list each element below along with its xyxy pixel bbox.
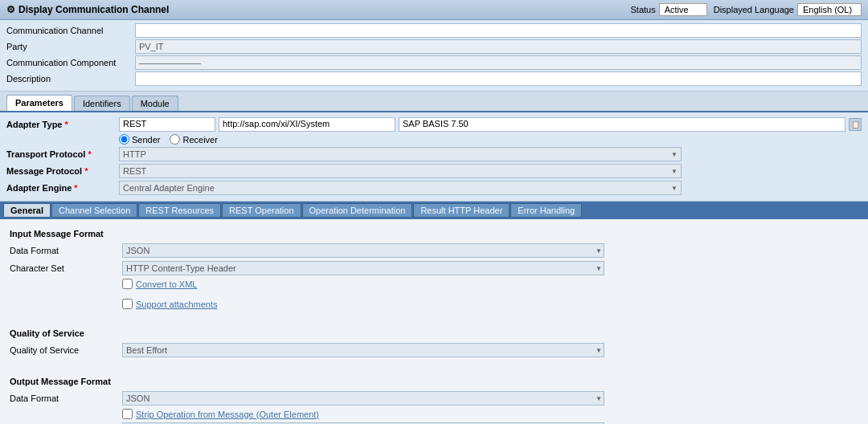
lang-value: English (OL) bbox=[797, 3, 862, 16]
receiver-option[interactable]: Receiver bbox=[170, 134, 217, 145]
convert-xml-row: Convert to XML bbox=[10, 279, 858, 289]
sub-tab-general[interactable]: General bbox=[3, 203, 51, 218]
sub-tab-rest-operation[interactable]: REST Operation bbox=[222, 203, 301, 218]
comm-channel-input[interactable] bbox=[135, 23, 862, 38]
adapter-engine-row: Adapter Engine * Central Adapter Engine … bbox=[6, 181, 862, 195]
output-data-format-field[interactable]: JSON ▼ bbox=[122, 391, 604, 406]
comm-component-label: Communication Component bbox=[6, 58, 135, 67]
window-title: Display Communication Channel bbox=[18, 4, 169, 15]
lang-section: Displayed Language English (OL) bbox=[714, 3, 862, 16]
quality-row: Quality of Service Best Effort ▼ bbox=[10, 343, 858, 357]
input-charset-row: Character Set HTTP Content-Type Header ▼ bbox=[10, 261, 858, 275]
title-bar: ⚙ Display Communication Channel Status A… bbox=[0, 0, 868, 20]
engine-fields: Central Adapter Engine ▼ bbox=[119, 181, 862, 195]
sender-receiver-row: Sender Receiver bbox=[119, 134, 862, 145]
tab-module[interactable]: Module bbox=[132, 96, 178, 111]
input-charset-label: Character Set bbox=[10, 263, 122, 273]
status-section: Status Active bbox=[631, 3, 707, 16]
copy-icon[interactable]: 📋 bbox=[849, 118, 862, 131]
sub-tab-result-http-header[interactable]: Result HTTP Header bbox=[413, 203, 510, 218]
adapter-fields: REST http://sap.com/xi/XI/System SAP BAS… bbox=[119, 117, 862, 132]
quality-section-title: Quality of Service bbox=[10, 328, 858, 338]
support-attachments-label[interactable]: Support attachments bbox=[136, 300, 218, 309]
transport-protocol-row: Transport Protocol * HTTP ▼ bbox=[6, 147, 862, 161]
engine-label: Adapter Engine * bbox=[6, 183, 119, 193]
input-charset-wrap: HTTP Content-Type Header ▼ bbox=[122, 261, 604, 275]
description-label: Description bbox=[6, 74, 135, 84]
comm-channel-label: Communication Channel bbox=[6, 26, 135, 35]
message-fields: REST ▼ bbox=[119, 164, 862, 178]
support-attachments-row: Support attachments bbox=[10, 299, 858, 309]
convert-xml-checkbox[interactable] bbox=[122, 279, 133, 289]
form-section: Communication Channel Party Communicatio… bbox=[0, 20, 868, 92]
input-data-format-row: Data Format JSON ▼ bbox=[10, 243, 858, 258]
output-section-title: Output Message Format bbox=[10, 377, 858, 386]
output-data-format-wrap: JSON ▼ bbox=[122, 391, 604, 406]
output-data-format-label: Data Format bbox=[10, 393, 122, 403]
sub-tabs: General Channel Selection REST Resources… bbox=[0, 202, 868, 219]
input-data-format-wrap: JSON ▼ bbox=[122, 243, 604, 258]
tab-identifiers[interactable]: Identifiers bbox=[74, 96, 130, 111]
message-value: REST ▼ bbox=[119, 164, 682, 178]
sender-option[interactable]: Sender bbox=[119, 134, 160, 145]
transport-value: HTTP ▼ bbox=[119, 147, 682, 161]
tab-parameters[interactable]: Parameters bbox=[6, 95, 72, 111]
title-section: ⚙ Display Communication Channel bbox=[6, 4, 169, 15]
support-attachments-checkbox[interactable] bbox=[122, 299, 133, 309]
description-row: Description bbox=[6, 71, 862, 86]
adapter-section: Adapter Type * REST http://sap.com/xi/XI… bbox=[0, 112, 868, 202]
quality-field[interactable]: Best Effort ▼ bbox=[122, 343, 604, 357]
output-data-format-arrow: ▼ bbox=[596, 395, 602, 402]
receiver-radio[interactable] bbox=[170, 134, 180, 145]
quality-label: Quality of Service bbox=[10, 345, 122, 355]
party-row: Party bbox=[6, 39, 862, 54]
sub-tab-error-handling[interactable]: Error Handling bbox=[510, 203, 582, 218]
convert-xml-label[interactable]: Convert to XML bbox=[136, 279, 197, 289]
input-charset-arrow: ▼ bbox=[596, 265, 602, 272]
adapter-type-label: Adapter Type * bbox=[6, 120, 119, 129]
input-section-title: Input Message Format bbox=[10, 229, 858, 238]
output-data-format-row: Data Format JSON ▼ bbox=[10, 391, 858, 406]
sender-radio[interactable] bbox=[119, 134, 129, 145]
adapter-basis-field: SAP BASIS 7.50 bbox=[399, 117, 845, 132]
adapter-type-row: Adapter Type * REST http://sap.com/xi/XI… bbox=[6, 117, 862, 132]
main-content: Input Message Format Data Format JSON ▼ … bbox=[0, 219, 868, 424]
strip-operation-label: Strip Operation from Message (Outer Elem… bbox=[136, 410, 319, 419]
adapter-url-field: http://sap.com/xi/XI/System bbox=[219, 117, 395, 132]
receiver-label: Receiver bbox=[182, 135, 217, 145]
comm-component-row: Communication Component bbox=[6, 55, 862, 70]
comm-component-input[interactable] bbox=[135, 55, 862, 70]
input-data-format-field[interactable]: JSON ▼ bbox=[122, 243, 604, 258]
comm-channel-row: Communication Channel bbox=[6, 23, 862, 38]
sub-tab-operation-determination[interactable]: Operation Determination bbox=[302, 203, 413, 218]
message-protocol-row: Message Protocol * REST ▼ bbox=[6, 164, 862, 178]
input-charset-field[interactable]: HTTP Content-Type Header ▼ bbox=[122, 261, 604, 275]
status-label: Status bbox=[631, 5, 656, 14]
transport-fields: HTTP ▼ bbox=[119, 147, 862, 161]
title-right: Status Active Displayed Language English… bbox=[631, 3, 862, 16]
status-value: Active bbox=[659, 3, 707, 16]
strip-operation-checkbox[interactable] bbox=[122, 409, 133, 419]
sub-tab-rest-resources[interactable]: REST Resources bbox=[138, 203, 221, 218]
strip-operation-row: Strip Operation from Message (Outer Elem… bbox=[10, 409, 858, 419]
gear-icon: ⚙ bbox=[6, 4, 15, 15]
lang-label: Displayed Language bbox=[714, 5, 794, 14]
quality-arrow: ▼ bbox=[596, 347, 602, 354]
party-label: Party bbox=[6, 42, 135, 51]
transport-label: Transport Protocol * bbox=[6, 149, 119, 159]
input-data-format-arrow: ▼ bbox=[596, 247, 602, 255]
message-label: Message Protocol * bbox=[6, 166, 119, 176]
engine-value: Central Adapter Engine ▼ bbox=[119, 181, 682, 195]
description-input[interactable] bbox=[135, 71, 862, 86]
top-tabs: Parameters Identifiers Module bbox=[0, 92, 868, 112]
sub-tab-channel-selection[interactable]: Channel Selection bbox=[51, 203, 137, 218]
sender-label: Sender bbox=[132, 135, 160, 145]
quality-field-wrap: Best Effort ▼ bbox=[122, 343, 604, 357]
input-data-format-label: Data Format bbox=[10, 246, 122, 255]
adapter-rest-field: REST bbox=[119, 117, 215, 132]
party-input[interactable] bbox=[135, 39, 862, 54]
